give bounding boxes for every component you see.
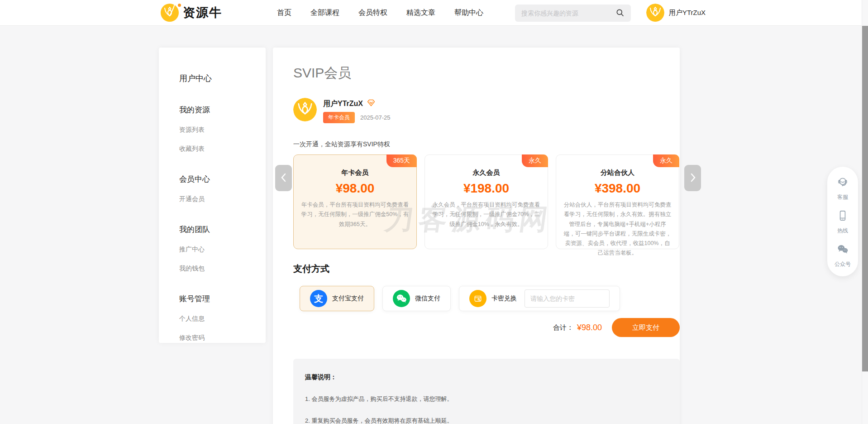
plan-card-lifetime[interactable]: 永久 永久会员 ¥198.00 永久会员，平台所有项目资料均可免费查看学习，无任… [424,154,548,249]
member-level-badge: 年卡会员 [323,112,355,123]
sidebar-item-favorites-list[interactable]: 收藏列表 [179,145,266,153]
search-input[interactable] [515,10,609,17]
nav-item-member-privileges[interactable]: 会员特权 [358,8,387,18]
member-expire-date: 2025-07-25 [360,114,391,121]
cardkey-icon [469,290,486,307]
plan-name: 年卡会员 [294,169,416,177]
search-button[interactable] [609,5,631,22]
plan-name: 永久会员 [425,169,548,177]
sidebar-item-promotion-center[interactable]: 推广中心 [179,246,266,254]
plan-desc: 分站合伙人，平台所有项目资料均可免费查看学习，无任何限制，永久有效。拥有独立管理… [563,200,672,258]
payment-method-wechat[interactable]: 微信支付 [382,286,451,311]
member-avatar-icon [293,98,317,121]
plan-desc: 年卡会员，平台所有项目资料均可免费查看学习，无任何限制，一级推广佣金50%，有效… [301,200,409,229]
nav-item-featured-articles[interactable]: 精选文章 [406,8,435,18]
search-icon [615,8,625,19]
alipay-icon: 支 [310,290,327,307]
carousel-prev-button[interactable] [275,165,292,191]
plan-price: ¥98.00 [294,181,416,196]
sidebar-section-my-team: 我的团队 推广中心 我的钱包 [179,224,266,273]
sidebar-section-title-my-resources: 我的资源 [179,105,266,115]
vip-diamond-icon [367,99,376,109]
plan-name: 分站合伙人 [556,169,679,177]
note-item: 1. 会员服务为虚拟产品，购买后不支持退款，请您理解。 [305,395,668,403]
payment-methods: 支 支付宝支付 微信支付 [300,286,680,311]
total-label: 合计： [553,323,573,332]
chevron-right-icon [689,172,696,184]
float-item-hotline[interactable]: 热线 [836,209,849,235]
nav-item-all-courses[interactable]: 全部课程 [310,8,339,18]
plan-price: ¥398.00 [556,181,679,196]
user-avatar-icon [646,4,664,22]
plan-list: 365天 年卡会员 ¥98.00 年卡会员，平台所有项目资料均可免费查看学习，无… [293,154,680,249]
wechat-official-account-icon [836,243,849,257]
customer-service-icon [836,176,849,190]
float-panel: 客服 热线 公众号 [827,167,858,276]
total-value: ¥98.00 [577,323,602,332]
payment-method-cardkey[interactable]: 卡密兑换 [459,286,620,311]
notes-title: 温馨说明： [305,373,668,381]
plan-card-partner[interactable]: 永久 分站合伙人 ¥398.00 分站合伙人，平台所有项目资料均可免费查看学习，… [556,154,679,249]
order-summary: 合计： ¥98.00 立即支付 [293,318,680,337]
scrollbar-thumb[interactable] [862,26,868,371]
header-username: 用户YTrZuX [669,9,706,17]
page-title: SVIP会员 [293,64,680,82]
plan-desc: 永久会员，平台所有项目资料均可免费查看学习，无任何限制，一级推广佣金70%，二级… [432,200,540,229]
sidebar: 用户中心 我的资源 资源列表 收藏列表 会员中心 开通会员 我的团队 推广中心 … [159,48,266,343]
logo-accent-dot [177,3,182,8]
logo-text: 资源牛 [183,4,222,22]
cardkey-input[interactable] [525,289,610,308]
notes-box: 温馨说明： 1. 会员服务为虚拟产品，购买后不支持退款，请您理解。 2. 重复购… [293,359,680,424]
sidebar-item-open-membership[interactable]: 开通会员 [179,195,266,203]
sidebar-section-title-my-team: 我的团队 [179,224,266,235]
nav-item-help-center[interactable]: 帮助中心 [454,8,483,18]
svip-slogan: 一次开通，全站资源享有SVIP特权 [293,140,680,149]
main-nav: 首页 全部课程 会员特权 精选文章 帮助中心 [277,0,483,26]
sidebar-item-profile[interactable]: 个人信息 [179,315,266,323]
sidebar-section-title-account: 账号管理 [179,294,266,304]
pay-now-button[interactable]: 立即支付 [612,318,680,337]
carousel-next-button[interactable] [684,165,701,191]
member-info: 用户YTrZuX 年卡会员 2025-07-25 [293,98,680,123]
sidebar-title: 用户中心 [179,73,266,84]
wechat-pay-icon [393,290,410,307]
sidebar-section-my-resources: 我的资源 资源列表 收藏列表 [179,105,266,153]
sidebar-section-member-center: 会员中心 开通会员 [179,174,266,203]
payment-method-alipay[interactable]: 支 支付宝支付 [300,286,374,311]
nav-item-home[interactable]: 首页 [277,8,291,18]
member-name: 用户YTrZuX [323,99,363,109]
scrollbar-track [862,0,868,424]
main-panel: SVIP会员 用户YTrZuX [273,48,680,424]
hotline-phone-icon [836,209,849,224]
note-item: 2. 重复购买会员服务，会员有效期将在原有基础上顺延。 [305,417,668,424]
site-logo[interactable]: 资源牛 [161,4,222,22]
sidebar-section-account: 账号管理 个人信息 修改密码 [179,294,266,342]
float-item-official-account[interactable]: 公众号 [835,243,851,268]
plan-tag: 永久 [522,154,548,167]
sidebar-item-resource-list[interactable]: 资源列表 [179,126,266,134]
header-user[interactable]: 用户YTrZuX [646,4,706,22]
page: 资源牛 首页 全部课程 会员特权 精选文章 帮助中心 [0,0,868,424]
plan-price: ¥198.00 [425,181,548,196]
plan-tag: 永久 [653,154,679,167]
search-box [515,5,631,22]
sidebar-item-my-wallet[interactable]: 我的钱包 [179,265,266,273]
payment-title: 支付方式 [293,263,680,275]
plan-tag: 365天 [386,154,417,167]
top-header: 资源牛 首页 全部课程 会员特权 精选文章 帮助中心 [0,0,868,26]
chevron-left-icon [280,172,287,184]
sidebar-item-change-password[interactable]: 修改密码 [179,334,266,342]
logo-icon [161,4,179,22]
plan-card-annual[interactable]: 365天 年卡会员 ¥98.00 年卡会员，平台所有项目资料均可免费查看学习，无… [293,154,417,249]
sidebar-section-title-member-center: 会员中心 [179,174,266,184]
float-item-customer-service[interactable]: 客服 [836,176,849,201]
